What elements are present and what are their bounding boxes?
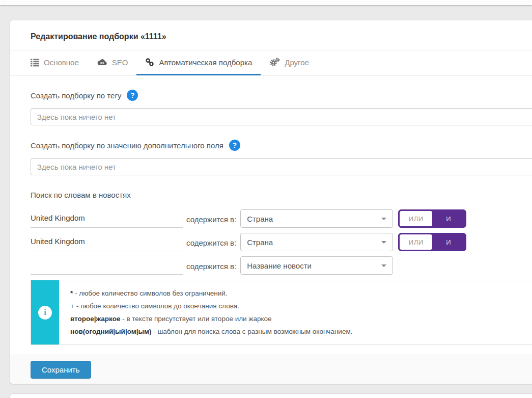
info-strip: i bbox=[31, 280, 59, 344]
tab-auto-collection[interactable]: Автоматическая подборка bbox=[136, 50, 261, 75]
chevron-down-icon bbox=[381, 241, 386, 244]
edit-collection-card: Редактирование подборки «1111» Основное bbox=[10, 20, 532, 384]
tab-main[interactable]: Основное bbox=[21, 50, 88, 75]
extra-field-input[interactable] bbox=[31, 158, 532, 175]
field-select[interactable]: Название новости bbox=[240, 256, 393, 275]
search-row: содержится в: Название новости bbox=[31, 256, 532, 275]
contains-label: содержится в: bbox=[186, 215, 236, 224]
word-input[interactable] bbox=[31, 234, 183, 251]
contains-label: содержится в: bbox=[186, 238, 236, 247]
tab-bar: Основное SEO bbox=[10, 50, 532, 75]
and-option[interactable]: И bbox=[432, 211, 465, 226]
word-input[interactable] bbox=[31, 210, 183, 228]
select-value: Название новости bbox=[247, 261, 312, 270]
and-option[interactable]: И bbox=[432, 234, 465, 250]
extra-field-label: Создать подборку по значению дополнитель… bbox=[31, 141, 223, 150]
tab-label: Другое bbox=[285, 58, 309, 67]
tab-other[interactable]: Другое bbox=[261, 50, 318, 75]
word-input[interactable] bbox=[31, 257, 183, 275]
chevron-down-icon bbox=[381, 264, 386, 267]
save-button[interactable]: Сохранить bbox=[31, 361, 91, 379]
tab-seo[interactable]: SEO bbox=[88, 50, 137, 75]
top-bar bbox=[0, 0, 532, 5]
or-option[interactable]: ИЛИ bbox=[400, 234, 432, 250]
card-footer: Сохранить bbox=[10, 355, 532, 384]
tab-label: Основное bbox=[44, 58, 79, 67]
or-option[interactable]: ИЛИ bbox=[400, 211, 432, 226]
page-title: Редактирование подборки «1111» bbox=[10, 20, 532, 50]
tag-input[interactable] bbox=[31, 108, 532, 125]
select-value: Страна bbox=[247, 238, 273, 247]
tag-field-label: Создать подборку по тегу bbox=[31, 91, 121, 100]
info-line: + - любое количество символов до окончан… bbox=[70, 300, 352, 312]
info-line: второе|жаркое - в тексте присутствует ил… bbox=[70, 312, 352, 325]
contains-label: содержится в: bbox=[186, 262, 236, 271]
word-search-rows: содержится в: Страна ИЛИ И содержится в:… bbox=[31, 209, 532, 275]
chain-icon bbox=[145, 58, 154, 67]
search-row: содержится в: Страна ИЛИ И bbox=[31, 233, 532, 251]
help-icon[interactable]: ? bbox=[229, 140, 240, 151]
word-search-label: Поиск по словам в новостях bbox=[31, 191, 532, 199]
or-and-toggle: ИЛИ И bbox=[398, 209, 466, 228]
next-card-top bbox=[10, 394, 532, 398]
list-icon bbox=[30, 58, 39, 67]
gears-icon bbox=[269, 58, 280, 67]
or-and-toggle: ИЛИ И bbox=[398, 233, 466, 251]
select-value: Страна bbox=[247, 215, 273, 223]
info-box: i * - любое количество символов без огра… bbox=[31, 280, 532, 345]
help-icon[interactable]: ? bbox=[127, 90, 138, 101]
search-row: содержится в: Страна ИЛИ И bbox=[31, 209, 532, 228]
tab-label: Автоматическая подборка bbox=[159, 58, 252, 67]
chevron-down-icon bbox=[381, 218, 386, 220]
info-line: нов(огодний|ый|ом|ым) - шаблон для поиск… bbox=[70, 325, 352, 338]
info-line: * - любое количество символов без ограни… bbox=[70, 287, 352, 300]
info-content: * - любое количество символов без ограни… bbox=[59, 280, 363, 344]
tab-label: SEO bbox=[112, 58, 128, 67]
field-select[interactable]: Страна bbox=[240, 233, 393, 251]
info-icon: i bbox=[38, 306, 52, 320]
field-select[interactable]: Страна bbox=[240, 209, 393, 228]
cloud-icon bbox=[96, 58, 107, 66]
tab-content: Создать подборку по тегу ? Создать подбо… bbox=[10, 90, 532, 345]
